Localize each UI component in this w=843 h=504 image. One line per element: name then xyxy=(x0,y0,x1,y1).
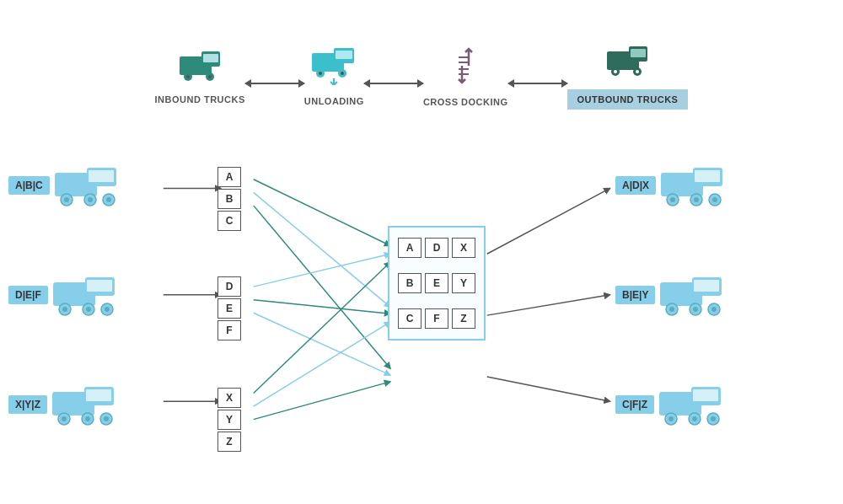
cargo-label-3: X|Y|Z xyxy=(8,395,47,414)
svg-rect-78 xyxy=(694,280,719,292)
svg-point-73 xyxy=(694,197,699,202)
svg-point-22 xyxy=(614,70,617,73)
dock-item-E: E xyxy=(425,273,448,293)
process-bar: INBOUND TRUCKS UNLOADING xyxy=(0,17,843,135)
svg-point-64 xyxy=(85,416,90,421)
crossdock-icon xyxy=(443,46,487,92)
inbound-truck-3: X|Y|Z xyxy=(8,383,115,426)
arrow-3 xyxy=(508,83,567,84)
outbound-truck-svg-2 xyxy=(660,274,723,316)
arrow-2 xyxy=(364,83,423,84)
svg-line-36 xyxy=(254,382,390,420)
svg-point-4 xyxy=(186,75,190,78)
truck-svg-1 xyxy=(55,164,118,206)
truck-svg-2 xyxy=(53,274,116,316)
svg-point-89 xyxy=(668,416,674,421)
dock-item-B: B xyxy=(398,273,422,293)
svg-point-44 xyxy=(64,197,69,202)
dock-item-D: D xyxy=(425,238,448,258)
cargo-label-1: A|B|C xyxy=(8,176,50,195)
svg-point-55 xyxy=(86,307,91,312)
dock-item-Y: Y xyxy=(452,273,475,293)
inbound-truck-1: A|B|C xyxy=(8,164,118,206)
svg-point-66 xyxy=(104,416,109,421)
truck-svg-3 xyxy=(52,383,115,426)
svg-point-62 xyxy=(62,416,67,421)
outbound-truck-3: C|F|Z xyxy=(615,383,722,426)
svg-line-30 xyxy=(254,206,390,368)
svg-point-13 xyxy=(341,72,344,75)
svg-point-71 xyxy=(670,197,675,202)
item-Y: Y xyxy=(217,410,241,430)
svg-point-84 xyxy=(711,307,717,312)
inbound-truck-2: D|E|F xyxy=(8,274,116,316)
diagram-area: A|B|C D|E|F X|Y|Z xyxy=(0,143,843,496)
svg-rect-51 xyxy=(87,280,112,292)
svg-rect-20 xyxy=(631,49,646,57)
svg-line-38 xyxy=(487,295,610,315)
svg-line-39 xyxy=(487,377,610,401)
svg-point-57 xyxy=(105,307,110,312)
svg-point-75 xyxy=(712,197,717,202)
dock-item-Z: Z xyxy=(452,308,475,329)
svg-rect-87 xyxy=(693,389,718,401)
dock-item-C: C xyxy=(398,308,422,329)
svg-point-24 xyxy=(636,70,639,73)
dock-item-A: A xyxy=(398,238,422,258)
step-inbound: INBOUND TRUCKS xyxy=(155,48,245,105)
svg-point-82 xyxy=(693,307,698,312)
unload-items-2: D E F xyxy=(217,276,241,340)
item-X: X xyxy=(217,388,241,408)
dock-item-F: F xyxy=(425,308,448,329)
dock-row-3: C F Z xyxy=(398,308,475,329)
dock-row-2: B E Y xyxy=(398,273,475,293)
svg-point-91 xyxy=(692,416,697,421)
svg-rect-2 xyxy=(203,54,218,62)
inbound-truck-icon xyxy=(178,48,222,89)
outbound-cargo-3: C|F|Z xyxy=(615,395,654,414)
svg-rect-69 xyxy=(695,170,720,182)
unload-items-1: A B C xyxy=(217,167,241,231)
svg-point-80 xyxy=(669,307,674,312)
dock-item-X: X xyxy=(452,238,475,258)
svg-line-29 xyxy=(254,192,390,307)
svg-point-53 xyxy=(62,307,67,312)
outbound-truck-svg-3 xyxy=(659,383,722,426)
svg-line-32 xyxy=(254,300,390,314)
item-D: D xyxy=(217,276,241,297)
outbound-truck-2: B|E|Y xyxy=(615,274,723,316)
svg-line-34 xyxy=(254,262,390,394)
outbound-cargo-1: A|D|X xyxy=(615,176,656,195)
svg-line-31 xyxy=(254,254,390,287)
item-Z: Z xyxy=(217,432,241,452)
svg-rect-42 xyxy=(89,170,114,182)
svg-point-11 xyxy=(319,72,322,75)
cargo-label-2: D|E|F xyxy=(8,286,48,304)
outbound-truck-svg-1 xyxy=(661,164,724,206)
svg-point-48 xyxy=(106,197,111,202)
outbound-truck-icon xyxy=(605,43,649,84)
step-outbound: OUTBOUND TRUCKS xyxy=(567,43,689,110)
svg-point-6 xyxy=(208,75,212,78)
svg-rect-9 xyxy=(336,51,352,59)
unloading-icon xyxy=(310,46,357,91)
svg-point-93 xyxy=(711,416,716,421)
unload-items-3: X Y Z xyxy=(217,388,241,452)
outbound-cargo-2: B|E|Y xyxy=(615,286,655,304)
svg-point-46 xyxy=(88,197,93,202)
arrow-1 xyxy=(245,83,304,84)
item-F: F xyxy=(217,320,241,340)
svg-line-33 xyxy=(254,313,390,375)
svg-rect-60 xyxy=(86,389,111,401)
svg-line-35 xyxy=(254,322,390,406)
unloading-label: UNLOADING xyxy=(304,96,364,106)
item-E: E xyxy=(217,298,241,319)
item-B: B xyxy=(217,189,241,209)
step-unloading: UNLOADING xyxy=(304,46,364,106)
outbound-label: OUTBOUND TRUCKS xyxy=(567,89,689,110)
cross-dock-station: A D X B E Y C F Z xyxy=(388,226,486,340)
item-C: C xyxy=(217,211,241,231)
crossdocking-label: CROSS DOCKING xyxy=(423,97,508,107)
outbound-truck-1: A|D|X xyxy=(615,164,724,206)
step-crossdocking: CROSS DOCKING xyxy=(423,46,508,107)
